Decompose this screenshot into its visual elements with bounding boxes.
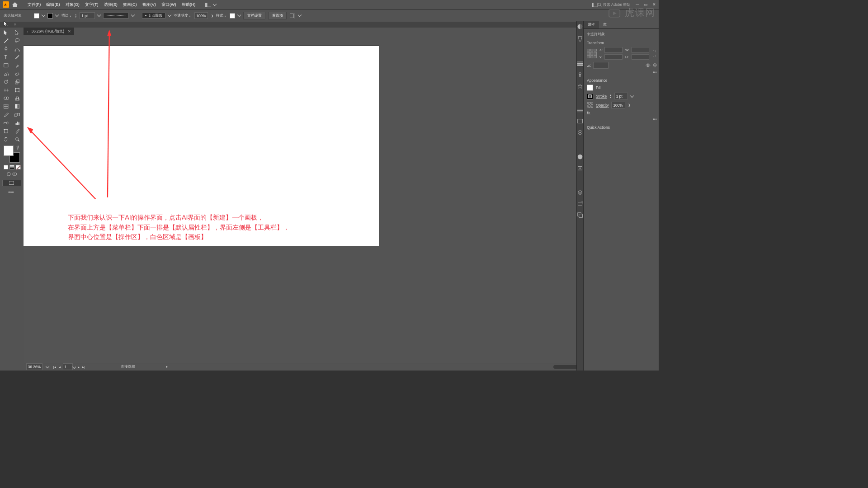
- panel-stroke-width-input[interactable]: [614, 93, 628, 99]
- menu-window[interactable]: 窗口(W): [159, 2, 179, 8]
- brushes-panel-icon[interactable]: [577, 72, 583, 77]
- opacity-swatch[interactable]: [587, 102, 593, 108]
- zoom-input[interactable]: [26, 363, 42, 370]
- status-flyout-icon[interactable]: ▸: [166, 365, 168, 369]
- opacity-flyout-icon[interactable]: ❯: [211, 14, 213, 17]
- canvas-area[interactable]: › 36.26% (RGB/预览) ✕ 下面我们来认识一下AI的操作界面，点击A…: [24, 28, 659, 370]
- links-panel-icon[interactable]: [577, 212, 583, 218]
- transform-angle-input[interactable]: [593, 62, 608, 69]
- pen-tool[interactable]: [1, 45, 11, 53]
- minimize-icon[interactable]: ─: [636, 2, 639, 7]
- home-icon[interactable]: [12, 2, 18, 7]
- artboard-number-input[interactable]: [63, 363, 73, 370]
- transform-w-input[interactable]: [632, 47, 649, 53]
- menu-help[interactable]: 帮助(H): [179, 2, 198, 8]
- fill-color-swatch[interactable]: [587, 84, 593, 91]
- slice-tool[interactable]: [12, 127, 22, 135]
- transform-y-input[interactable]: [604, 54, 622, 60]
- color-mode-gradient[interactable]: [9, 165, 14, 170]
- toolbar-more-icon[interactable]: •••: [1, 189, 22, 196]
- opacity-input[interactable]: [194, 12, 208, 19]
- preferences-button[interactable]: 首选项: [268, 12, 287, 20]
- color-mode-solid[interactable]: [4, 165, 9, 170]
- close-icon[interactable]: ✕: [652, 2, 656, 7]
- stroke-swatch[interactable]: [47, 13, 53, 19]
- window-mode-icon[interactable]: [592, 3, 597, 7]
- flip-h-icon[interactable]: [646, 63, 651, 67]
- fill-dropdown-icon[interactable]: [42, 13, 46, 17]
- swap-colors-icon[interactable]: [16, 145, 20, 150]
- perspective-grid-tool[interactable]: [12, 94, 22, 102]
- panel-opacity-input[interactable]: [611, 102, 625, 108]
- align-panel-icon[interactable]: [577, 108, 583, 113]
- fill-swatch[interactable]: [34, 13, 39, 19]
- tab-properties[interactable]: 属性: [584, 21, 599, 28]
- appearance-more-icon[interactable]: •••: [587, 117, 656, 122]
- color-panel-icon[interactable]: [577, 23, 583, 30]
- asset-export-icon[interactable]: [577, 166, 583, 171]
- rectangle-tool[interactable]: [1, 61, 11, 69]
- stroke-color-swatch[interactable]: [587, 93, 593, 99]
- stroke-width-dd-icon[interactable]: [97, 13, 101, 17]
- maximize-icon[interactable]: ▭: [644, 2, 648, 7]
- menu-edit[interactable]: 编辑(E): [43, 2, 62, 8]
- fill-stroke-colorbox[interactable]: [4, 145, 20, 163]
- stroke-width-input[interactable]: [80, 12, 94, 19]
- artboard-tool[interactable]: [1, 127, 11, 135]
- magic-wand-tool[interactable]: [1, 37, 11, 45]
- document-setup-button[interactable]: 文档设置: [243, 12, 265, 20]
- last-page-icon[interactable]: ▸|: [82, 365, 85, 369]
- layout-switcher[interactable]: [205, 3, 216, 7]
- zoom-tool[interactable]: [12, 136, 22, 143]
- hand-tool[interactable]: [1, 136, 11, 143]
- width-tool[interactable]: [1, 86, 11, 94]
- menu-type[interactable]: 文字(T): [82, 2, 101, 8]
- layers-panel-icon[interactable]: [577, 190, 583, 195]
- first-page-icon[interactable]: |◂: [53, 365, 56, 369]
- symbols-panel-icon[interactable]: [577, 84, 583, 89]
- free-transform-tool[interactable]: [12, 86, 22, 94]
- flip-v-icon[interactable]: [653, 63, 657, 68]
- draw-normal-icon[interactable]: [6, 172, 11, 177]
- brush-preset[interactable]: 3 点圆形: [142, 13, 165, 19]
- swatches-panel-icon[interactable]: [577, 36, 583, 42]
- shape-builder-tool[interactable]: [1, 94, 11, 102]
- link-wh-icon[interactable]: [652, 50, 657, 57]
- appearance-panel-icon[interactable]: [577, 130, 583, 135]
- help-search[interactable]: 搜索 Adobe 帮助: [598, 2, 631, 7]
- prev-page-icon[interactable]: ◂: [59, 365, 61, 369]
- menu-effect[interactable]: 效果(C): [120, 2, 140, 8]
- lasso-tool[interactable]: [12, 37, 22, 45]
- stroke-link[interactable]: Stroke: [596, 94, 607, 99]
- transform-more-icon[interactable]: •••: [587, 70, 656, 75]
- transform-x-input[interactable]: [604, 47, 622, 53]
- blend-tool[interactable]: [12, 111, 22, 119]
- reference-point[interactable]: [587, 49, 596, 58]
- menu-select[interactable]: 选择(S): [101, 2, 120, 8]
- artboards-panel-icon[interactable]: [577, 202, 583, 206]
- paintbrush-tool[interactable]: [12, 61, 22, 69]
- eyedropper-tool[interactable]: [1, 111, 11, 119]
- curvature-tool[interactable]: [12, 45, 22, 53]
- scale-tool[interactable]: [12, 78, 22, 86]
- menu-object[interactable]: 对象(O): [63, 2, 82, 8]
- shaper-tool[interactable]: [1, 70, 11, 78]
- screen-mode-button[interactable]: [2, 180, 22, 186]
- menu-file[interactable]: 文件(F): [25, 2, 44, 8]
- draw-behind-icon[interactable]: [12, 172, 17, 177]
- color-mode-none[interactable]: [16, 165, 21, 170]
- mesh-tool[interactable]: [1, 103, 11, 110]
- line-tool[interactable]: [12, 53, 22, 61]
- tab-library[interactable]: 库: [599, 21, 611, 28]
- tab-close-icon[interactable]: ✕: [68, 29, 71, 33]
- stroke-dropdown-icon[interactable]: [55, 13, 59, 17]
- opacity-link[interactable]: Opacity: [596, 103, 609, 108]
- stroke-stepper[interactable]: ▲▼: [609, 94, 612, 99]
- rotate-tool[interactable]: [1, 78, 11, 86]
- type-tool[interactable]: T: [1, 53, 11, 61]
- next-page-icon[interactable]: ▸: [78, 365, 80, 369]
- graphic-styles-icon[interactable]: [577, 154, 583, 160]
- menu-view[interactable]: 视图(V): [140, 2, 159, 8]
- transform-h-input[interactable]: [632, 54, 649, 60]
- align-icon[interactable]: [289, 13, 296, 19]
